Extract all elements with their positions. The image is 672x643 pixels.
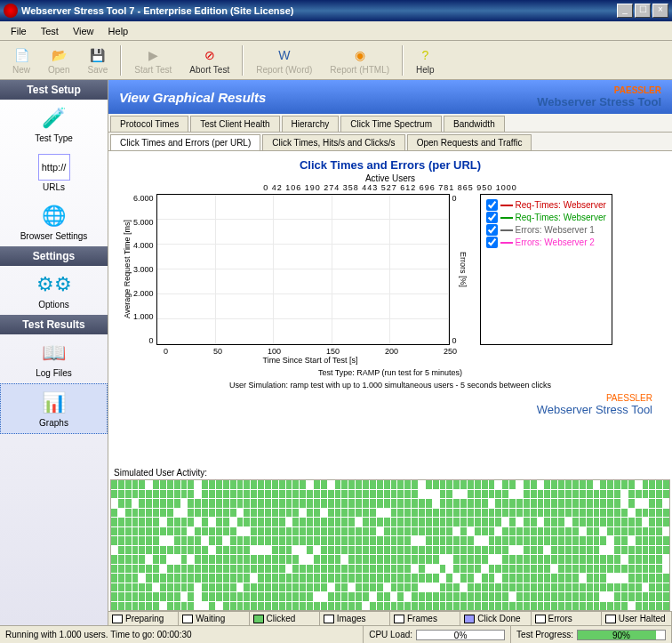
abort-icon: ⊘ [201,46,219,64]
chart-legend: Req-Times: Webserver Req-Times: Webserve… [480,194,612,345]
test-progress-panel: Test Progress: 90% [511,626,672,643]
test-progress: 90% [577,630,666,640]
content: View Graphical Results PAESSLER Webserve… [108,80,672,625]
legend-cb-2[interactable] [486,212,498,223]
help-icon: ? [416,46,434,64]
menu-test[interactable]: Test [34,24,66,38]
gear-icon: ⚙⚙ [38,271,70,298]
sidebar-item-logfiles[interactable]: 📖Log Files [0,334,108,383]
legend-cb-3[interactable] [486,224,498,236]
brand-badge: PAESSLER Webserver Stress Tool [537,85,661,109]
close-button[interactable]: × [652,4,668,18]
legend-cb-1[interactable] [486,199,498,211]
report-html-button[interactable]: ◉Report (HTML) [321,44,398,76]
cpu-progress: 0% [416,630,505,640]
sidebar-item-browser[interactable]: 🌐Browser Settings [0,197,108,246]
save-button[interactable]: 💾Save [78,44,116,76]
menu-help[interactable]: Help [101,24,136,38]
legend-cb-4[interactable] [486,237,498,248]
sidebar-header-setup: Test Setup [0,80,108,100]
tab-click-spectrum[interactable]: Click Time Spectrum [340,116,442,132]
menu-file[interactable]: File [4,24,34,38]
graphs-icon: 📊 [38,390,70,416]
status-bar: Running with 1.000 users. Time to go: 00… [0,625,672,643]
open-icon: 📂 [50,46,68,64]
y-axis-label: Average Request Time [ms] [121,194,133,345]
status-text: Running with 1.000 users. Time to go: 00… [0,626,364,643]
chart-subtitle: Active Users [121,173,660,183]
y2-axis-label: Errors [%] [457,194,469,345]
play-icon: ▶ [144,46,162,64]
new-icon: 📄 [12,46,30,64]
sidebar-header-settings: Settings [0,246,108,266]
activity-grid [110,479,670,611]
chart-plot [156,194,450,345]
chart-title: Click Times and Errors (per URL) [121,158,660,172]
report-word-button[interactable]: WReport (Word) [247,44,321,76]
word-icon: W [276,46,293,64]
save-icon: 💾 [89,46,107,64]
new-button[interactable]: 📄New [4,44,39,76]
tab-click-times-hits[interactable]: Click Times, Hits/s and Clicks/s [262,134,404,150]
tab-protocol-times[interactable]: Protocol Times [110,116,188,132]
html-icon: ◉ [351,46,369,64]
view-header: View Graphical Results PAESSLER Webserve… [108,80,672,114]
y2-axis-ticks: 00 [450,194,457,345]
sidebar-item-test-type[interactable]: 🧪Test Type [0,100,108,149]
globe-icon: 🌐 [38,203,70,229]
tab-open-requests[interactable]: Open Requests and Traffic [407,134,532,150]
toolbar-sep [242,45,244,76]
tab-click-times-errors[interactable]: Click Times and Errors (per URL) [110,134,260,150]
cpu-load-panel: CPU Load: 0% [364,626,511,643]
help-button[interactable]: ?Help [407,44,444,76]
start-test-button[interactable]: ▶Start Test [125,44,180,76]
minimize-button[interactable]: _ [617,4,633,18]
open-button[interactable]: 📂Open [39,44,78,76]
toolbar-sep [402,45,404,76]
maximize-button[interactable]: ☐ [635,4,651,18]
sidebar-header-results: Test Results [0,315,108,334]
menu-view[interactable]: View [66,24,101,38]
app-icon [4,4,18,18]
abort-test-button[interactable]: ⊘Abort Test [180,44,238,76]
y-axis-ticks: 6.0005.0004.0003.0002.0001.0000 [133,194,156,345]
tabs-row2: Click Times and Errors (per URL) Click T… [108,133,672,151]
sidebar-item-options[interactable]: ⚙⚙Options [0,266,108,315]
test-type-icon: 🧪 [38,105,70,132]
activity-label: Simulated User Activity: [108,466,672,479]
chart-top-ticks: 0 42 106 190 274 358 443 527 612 696 781… [121,183,660,192]
toolbar: 📄New 📂Open 💾Save ▶Start Test ⊘Abort Test… [0,41,672,80]
window-title: Webserver Stress Tool 7 - Enterprise Edi… [21,5,615,16]
tab-client-health[interactable]: Test Client Health [190,116,279,132]
view-title: View Graphical Results [119,90,537,105]
menu-bar: File Test View Help [0,21,672,41]
tabs-row1: Protocol Times Test Client Health Hierar… [108,114,672,133]
sidebar: Test Setup 🧪Test Type http://URLs 🌐Brows… [0,80,108,625]
tab-bandwidth[interactable]: Bandwidth [444,116,505,132]
title-bar: Webserver Stress Tool 7 - Enterprise Edi… [0,0,672,21]
chart-area: Click Times and Errors (per URL) Active … [108,151,672,466]
sidebar-item-urls[interactable]: http://URLs [0,149,108,197]
toolbar-sep [120,45,122,76]
activity-legend: Preparing Waiting Clicked Images Frames … [108,611,672,625]
urls-icon: http:// [38,154,70,181]
logfiles-icon: 📖 [38,340,70,366]
tab-hierarchy[interactable]: Hierarchy [282,116,340,132]
sidebar-item-graphs[interactable]: 📊Graphs [0,383,108,434]
